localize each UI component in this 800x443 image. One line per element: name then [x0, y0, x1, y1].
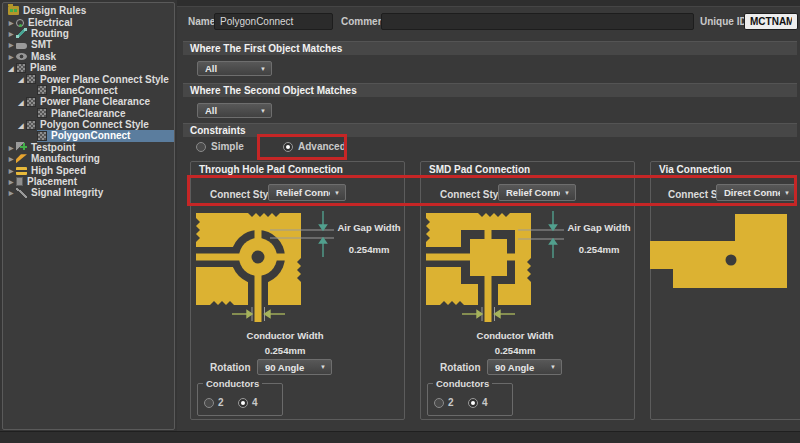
tree-label: Signal Integrity	[31, 187, 103, 198]
expand-collapsed-icon[interactable]	[6, 186, 16, 199]
dropdown-value: All	[205, 63, 256, 74]
tree-item-polygon-connect-style[interactable]: Polygon Connect Style	[3, 119, 174, 130]
tree-item-manufacturing[interactable]: Manufacturing	[3, 153, 174, 164]
through-hole-rotation-dropdown[interactable]: 90 Angle ▼	[257, 359, 332, 375]
tree-label: Mask	[31, 51, 56, 62]
conductor-width-label: Conductor Width	[215, 330, 355, 341]
rule-icon	[37, 85, 47, 95]
tree-item-mask[interactable]: Mask	[3, 51, 174, 62]
top-strip	[177, 0, 800, 7]
connect-style-label: Connect Style	[210, 189, 277, 200]
dropdown-value: Direct Connect	[724, 187, 780, 198]
tree-label: PlaneClearance	[51, 108, 126, 119]
via-title: Via Connection	[659, 164, 732, 175]
via-connect-style-dropdown[interactable]: Direct Connect ▼	[716, 184, 796, 201]
tree-item-design-rules[interactable]: Design Rules	[3, 5, 174, 16]
expand-expanded-icon[interactable]	[16, 119, 26, 131]
tree-item-testpoint[interactable]: Testpoint	[3, 142, 174, 153]
tree-item-plane[interactable]: Plane	[3, 62, 174, 73]
tree-item-planeconnect[interactable]: PlaneConnect	[3, 85, 174, 96]
dropdown-value: 90 Angle	[265, 362, 316, 373]
conductors-4-radio[interactable]	[238, 398, 248, 408]
name-label: Name	[188, 16, 215, 28]
chevron-down-icon: ▼	[564, 190, 570, 196]
manufacturing-icon	[16, 154, 27, 163]
air-gap-width-value: 0.254mm	[564, 244, 634, 255]
via-direct-diagram	[650, 211, 800, 291]
smd-relief-diagram	[426, 210, 576, 345]
conductors-4-label[interactable]: 4	[252, 397, 258, 409]
tree-label: Testpoint	[31, 142, 75, 153]
comment-input[interactable]	[381, 13, 694, 30]
tree-label: Power Plane Connect Style	[40, 74, 169, 85]
tree-item-smt[interactable]: SMT	[3, 39, 174, 50]
tree-item-routing[interactable]: Routing	[3, 28, 174, 39]
tree-label: Placement	[27, 176, 77, 187]
conductors-2-label[interactable]: 2	[448, 397, 454, 409]
advanced-radio-label[interactable]: Advanced	[298, 141, 346, 153]
expand-expanded-icon[interactable]	[6, 62, 16, 74]
rotation-label: Rotation	[440, 362, 481, 373]
tree-label: PlaneConnect	[51, 85, 118, 96]
chevron-down-icon: ▼	[550, 364, 556, 370]
through-hole-connect-style-dropdown[interactable]: Relief Connect ▼	[268, 184, 346, 201]
conductor-width-value: 0.254mm	[445, 345, 585, 356]
dropdown-value: Relief Connect	[276, 187, 330, 198]
rule-icon	[37, 131, 47, 141]
design-rules-tree: Design Rules Electrical Routing SMT Mask…	[2, 2, 175, 430]
second-match-scope-dropdown[interactable]: All ▼	[197, 103, 272, 118]
placement-icon	[16, 177, 23, 186]
expand-expanded-icon[interactable]	[16, 73, 26, 85]
smd-title: SMD Pad Connection	[429, 164, 530, 175]
smd-connect-style-dropdown[interactable]: Relief Connect ▼	[498, 184, 576, 201]
conductors-2-radio[interactable]	[204, 398, 214, 408]
high-speed-icon	[16, 167, 27, 175]
smd-rotation-dropdown[interactable]: 90 Angle ▼	[487, 359, 562, 375]
tree-item-electrical[interactable]: Electrical	[3, 16, 174, 27]
tree-label: Electrical	[28, 17, 72, 28]
tree-item-planeclearance[interactable]: PlaneClearance	[3, 108, 174, 119]
conductor-width-label: Conductor Width	[445, 330, 585, 341]
air-gap-width-label: Air Gap Width	[334, 222, 404, 233]
tree-label: Plane	[30, 62, 57, 73]
conductors-4-label[interactable]: 4	[482, 397, 488, 409]
simple-radio[interactable]	[196, 142, 206, 152]
expand-expanded-icon[interactable]	[16, 96, 26, 108]
conductor-width-value: 0.254mm	[215, 345, 355, 356]
chevron-down-icon: ▼	[334, 190, 340, 196]
conductors-2-radio[interactable]	[434, 398, 444, 408]
tree-label: High Speed	[31, 165, 86, 176]
dropdown-value: 90 Angle	[495, 362, 546, 373]
through-hole-relief-diagram	[196, 210, 346, 345]
rule-icon	[37, 108, 47, 118]
tree-item-signal-integrity[interactable]: Signal Integrity	[3, 187, 174, 198]
tree-label: Manufacturing	[31, 153, 100, 164]
routing-icon	[16, 28, 27, 38]
dropdown-value: All	[205, 105, 256, 116]
advanced-radio[interactable]	[283, 142, 293, 152]
tree-label: Power Plane Clearance	[40, 96, 150, 107]
folder-icon	[8, 6, 19, 15]
tree-item-power-plane-clearance[interactable]: Power Plane Clearance	[3, 96, 174, 107]
rule-category-icon	[26, 74, 36, 84]
tree-item-high-speed[interactable]: High Speed	[3, 164, 174, 175]
constraints-section-header: Constraints	[183, 123, 797, 137]
smt-icon	[16, 43, 27, 49]
tree-item-power-plane-connect-style[interactable]: Power Plane Connect Style	[3, 73, 174, 84]
conductors-4-radio[interactable]	[468, 398, 478, 408]
tree-item-placement[interactable]: Placement	[3, 176, 174, 187]
chevron-down-icon: ▼	[320, 364, 326, 370]
simple-radio-label[interactable]: Simple	[211, 141, 244, 153]
tree-item-polygonconnect-selected[interactable]: PolygonConnect	[3, 130, 174, 141]
through-hole-title: Through Hole Pad Connection	[199, 164, 343, 175]
first-match-section-header: Where The First Object Matches	[183, 41, 797, 55]
conductors-2-label[interactable]: 2	[218, 397, 224, 409]
first-match-scope-dropdown[interactable]: All ▼	[197, 61, 272, 76]
rule-category-icon	[26, 97, 36, 107]
dropdown-value: Relief Connect	[506, 187, 560, 198]
name-input[interactable]	[214, 13, 333, 30]
air-gap-width-value: 0.254mm	[334, 244, 404, 255]
conductors-label: Conductors	[203, 378, 262, 389]
unique-id-input[interactable]	[744, 13, 798, 30]
tree-label: Design Rules	[23, 5, 86, 16]
